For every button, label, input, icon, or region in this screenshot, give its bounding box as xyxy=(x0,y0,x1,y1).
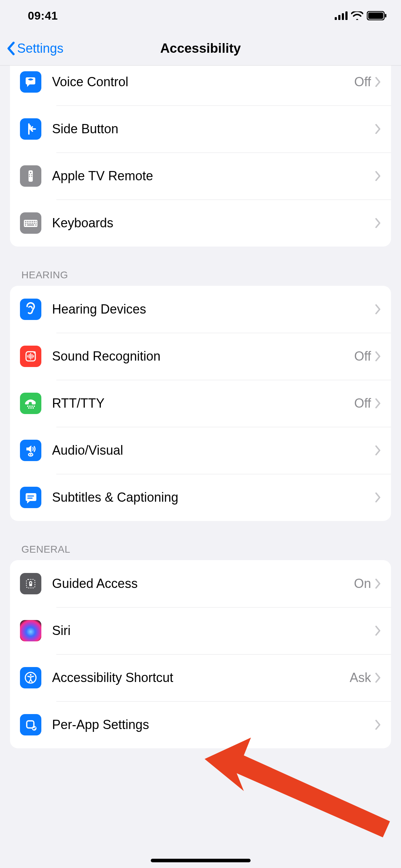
row-label: Accessibility Shortcut xyxy=(52,670,350,685)
battery-icon xyxy=(367,11,387,20)
row-value: Ask xyxy=(350,670,371,685)
row-label: Sound Recognition xyxy=(52,349,354,364)
svg-point-43 xyxy=(30,407,32,409)
chevron-right-icon xyxy=(375,673,381,683)
chevron-right-icon xyxy=(375,492,381,502)
row-label: Siri xyxy=(52,623,375,638)
section-header-hearing: Hearing xyxy=(0,247,401,286)
svg-rect-27 xyxy=(36,223,37,224)
accessibility-shortcut-icon xyxy=(20,667,41,688)
section-header-general: General xyxy=(0,521,401,560)
hearing-devices-icon xyxy=(20,299,41,320)
home-indicator xyxy=(151,859,251,862)
svg-point-41 xyxy=(34,405,35,407)
status-time: 09:41 xyxy=(28,9,58,22)
svg-rect-5 xyxy=(368,12,383,19)
svg-rect-24 xyxy=(30,223,31,224)
row-audio-visual[interactable]: Audio/Visual xyxy=(10,427,391,474)
svg-rect-17 xyxy=(30,221,31,222)
subtitles-captioning-icon xyxy=(20,487,41,508)
svg-rect-1 xyxy=(338,15,340,20)
svg-rect-20 xyxy=(36,221,37,222)
row-label: Per-App Settings xyxy=(52,717,375,732)
chevron-right-icon xyxy=(375,77,381,87)
svg-rect-16 xyxy=(29,221,30,222)
row-keyboards[interactable]: Keyboards xyxy=(10,200,391,247)
svg-point-9 xyxy=(29,174,30,175)
row-accessibility-shortcut[interactable]: Accessibility Shortcut Ask xyxy=(10,654,391,701)
row-per-app-settings[interactable]: Per-App Settings xyxy=(10,701,391,748)
svg-point-11 xyxy=(29,176,30,177)
svg-point-44 xyxy=(32,407,34,409)
svg-rect-14 xyxy=(25,221,26,222)
row-label: Keyboards xyxy=(52,216,375,231)
wifi-icon xyxy=(351,11,363,20)
chevron-right-icon xyxy=(375,398,381,408)
svg-rect-25 xyxy=(32,223,33,224)
chevron-right-icon xyxy=(375,445,381,455)
status-icons xyxy=(335,11,387,20)
settings-content: Voice Control Off Side Button xyxy=(0,58,401,763)
svg-point-37 xyxy=(34,351,36,353)
row-hearing-devices[interactable]: Hearing Devices xyxy=(10,286,391,333)
chevron-right-icon xyxy=(375,720,381,730)
row-label: Voice Control xyxy=(52,74,354,89)
row-label: Hearing Devices xyxy=(52,302,375,317)
voice-control-icon xyxy=(20,71,41,93)
svg-point-40 xyxy=(31,405,33,407)
chevron-right-icon xyxy=(375,579,381,589)
row-siri[interactable]: Siri xyxy=(10,607,391,654)
svg-point-52 xyxy=(30,674,32,676)
chevron-left-icon xyxy=(6,42,15,55)
svg-rect-3 xyxy=(345,11,348,20)
group-general: Guided Access On Siri Accessibility Shor… xyxy=(10,560,391,748)
row-guided-access[interactable]: Guided Access On xyxy=(10,560,391,607)
chevron-right-icon xyxy=(375,171,381,181)
cellular-icon xyxy=(335,11,348,20)
svg-rect-23 xyxy=(29,223,30,224)
chevron-right-icon xyxy=(375,626,381,636)
row-rtt-tty[interactable]: RTT/TTY Off xyxy=(10,380,391,427)
svg-rect-15 xyxy=(27,221,28,222)
audio-visual-icon xyxy=(20,440,41,461)
chevron-right-icon xyxy=(375,124,381,134)
svg-point-38 xyxy=(27,405,29,407)
row-subtitles-captioning[interactable]: Subtitles & Captioning xyxy=(10,474,391,521)
row-side-button[interactable]: Side Button xyxy=(10,105,391,153)
side-button-icon xyxy=(20,118,41,140)
row-label: Subtitles & Captioning xyxy=(52,490,375,505)
back-button[interactable]: Settings xyxy=(0,41,63,56)
svg-point-10 xyxy=(31,174,32,175)
row-value: Off xyxy=(354,74,371,89)
row-value: On xyxy=(354,576,371,591)
row-apple-tv-remote[interactable]: Apple TV Remote xyxy=(10,153,391,200)
group-physical-motor: Voice Control Off Side Button xyxy=(10,58,391,247)
row-label: Apple TV Remote xyxy=(52,169,375,184)
status-bar: 09:41 xyxy=(0,0,401,31)
svg-rect-50 xyxy=(29,584,32,586)
svg-rect-18 xyxy=(32,221,33,222)
keyboards-icon xyxy=(20,212,41,234)
row-label: RTT/TTY xyxy=(52,396,354,411)
svg-point-12 xyxy=(31,176,32,177)
svg-rect-29 xyxy=(27,224,34,226)
svg-rect-26 xyxy=(34,223,35,224)
sound-recognition-icon xyxy=(20,346,41,367)
siri-icon xyxy=(20,620,41,641)
svg-rect-19 xyxy=(34,221,35,222)
svg-rect-0 xyxy=(335,17,337,20)
svg-rect-21 xyxy=(25,223,26,224)
row-voice-control[interactable]: Voice Control Off xyxy=(10,58,391,105)
svg-rect-22 xyxy=(27,223,28,224)
row-label: Guided Access xyxy=(52,576,354,591)
row-value: Off xyxy=(354,349,371,364)
chevron-right-icon xyxy=(375,351,381,361)
group-hearing: Hearing Devices Sound Recognition xyxy=(10,286,391,521)
svg-rect-28 xyxy=(25,224,26,226)
row-sound-recognition[interactable]: Sound Recognition Off xyxy=(10,333,391,380)
svg-point-46 xyxy=(30,454,31,455)
svg-rect-30 xyxy=(35,224,37,226)
svg-rect-2 xyxy=(342,13,344,20)
apple-tv-remote-icon xyxy=(20,165,41,187)
svg-point-39 xyxy=(29,405,31,407)
